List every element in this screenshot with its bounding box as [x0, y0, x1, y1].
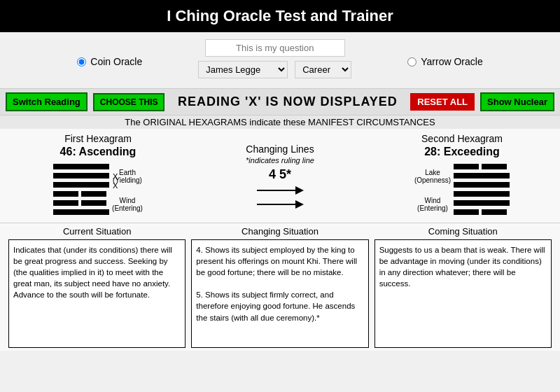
second-hex-bottom-label: Wind (Entering) [414, 190, 451, 218]
hex-line-3 [53, 190, 109, 197]
question-area: James Legge Wilhelm/Baynes Lynn Huang Ca… [198, 39, 351, 84]
second-hex-display: Lake (Openness) Wind (Entering) [414, 162, 510, 218]
changing-situation-title: Changing Situation [191, 226, 368, 237]
first-hexagram-lines: X X [53, 163, 109, 216]
show-nuclear-button[interactable]: Show Nuclear [480, 92, 554, 111]
second-hex-line-5 [454, 172, 510, 179]
second-hex-line-3 [454, 190, 510, 197]
coming-situation-text: Suggests to us a beam that is weak. Ther… [374, 239, 552, 348]
first-hex-title: First Hexagram [64, 133, 132, 144]
oracle-selector: Coin Oracle James Legge Wilhelm/Baynes L… [0, 32, 560, 88]
first-hex-bottom-label: Wind (Entering) [112, 190, 143, 218]
second-hex-line-1 [454, 209, 510, 216]
hex-line-1 [53, 209, 109, 216]
title-text: I Ching Oracle Test and Trainer [167, 7, 393, 24]
translator-select[interactable]: James Legge Wilhelm/Baynes Lynn Huang [198, 61, 288, 78]
changing-situation-text: 4. Shows its subject employed by the kin… [191, 239, 368, 348]
yarrow-oracle-label: Yarrow Oracle [421, 56, 482, 67]
first-hexagram-column: First Hexagram 46: Ascending X X [7, 133, 189, 218]
arrow-row-1 [257, 186, 304, 195]
coin-oracle-radio[interactable] [77, 57, 86, 66]
first-hex-display: X X [53, 162, 143, 218]
yarrow-oracle-option[interactable]: Yarrow Oracle [407, 56, 482, 67]
arrows [257, 186, 304, 209]
coin-oracle-label: Coin Oracle [90, 56, 142, 67]
manifest-text: The ORIGINAL HEXAGRAMS indicate these MA… [0, 115, 560, 129]
hex-line-6 [53, 163, 109, 170]
first-hex-labels: Earth (Yielding) Wind (Entering) [112, 162, 143, 218]
category-select[interactable]: Career Love Health Finance General [295, 61, 351, 78]
situations-section: Current Situation Indicates that (under … [0, 223, 560, 351]
reading-display: READING 'X' IS NOW DISPLAYED [170, 94, 405, 109]
question-input[interactable] [205, 39, 345, 57]
hex-line-4: X [53, 181, 109, 188]
coming-situation-title: Coming Situation [374, 226, 552, 237]
hexagram-section: First Hexagram 46: Ascending X X [0, 129, 560, 223]
second-hexagram-column: Second Hexagram 28: Exceeding Lake (Open… [371, 133, 553, 218]
arrow-row-2 [257, 200, 304, 209]
second-hex-labels: Lake (Openness) Wind (Entering) [414, 162, 451, 218]
toolbar: Switch Reading CHOOSE THIS READING 'X' I… [0, 88, 560, 115]
changing-lines-numbers: 4 5* [269, 167, 291, 182]
choose-this-button[interactable]: CHOOSE THIS [93, 93, 165, 111]
second-hex-line-4 [454, 181, 510, 188]
second-hexagram-lines [454, 163, 510, 216]
changing-situation-column: Changing Situation 4. Shows its subject … [188, 226, 371, 348]
second-hex-line-6 [454, 163, 510, 170]
page-title: I Ching Oracle Test and Trainer [0, 0, 560, 32]
current-situation-column: Current Situation Indicates that (under … [6, 226, 188, 348]
current-situation-text: Indicates that (under its conditions) th… [8, 239, 186, 348]
changing-lines-note: *indicates ruling line [246, 156, 314, 164]
changing-lines-column: Changing Lines *indicates ruling line 4 … [189, 133, 371, 218]
second-hex-title: Second Hexagram [421, 133, 503, 144]
switch-reading-button[interactable]: Switch Reading [6, 92, 88, 111]
hex-line-5: X [53, 172, 109, 179]
reset-all-button[interactable]: RESET ALL [410, 93, 475, 111]
coming-situation-column: Coming Situation Suggests to us a beam t… [372, 226, 554, 348]
first-hex-name: 46: Ascending [60, 146, 136, 158]
hex-line-2 [53, 200, 109, 206]
changing-lines-title: Changing Lines [246, 144, 314, 155]
second-hex-top-label: Lake (Openness) [414, 162, 451, 190]
second-hex-line-2 [454, 200, 510, 206]
second-hex-name: 28: Exceeding [424, 146, 500, 158]
current-situation-title: Current Situation [8, 226, 186, 237]
coin-oracle-option[interactable]: Coin Oracle [77, 56, 142, 67]
yarrow-oracle-radio[interactable] [407, 57, 416, 66]
dropdowns: James Legge Wilhelm/Baynes Lynn Huang Ca… [198, 61, 351, 78]
